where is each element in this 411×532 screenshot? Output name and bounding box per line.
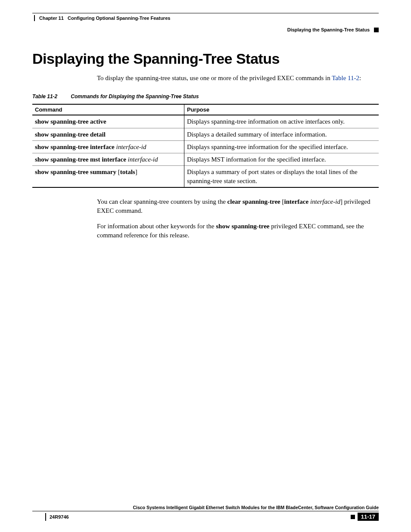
cell-command: show spanning-tree summary [totals] <box>32 166 184 187</box>
command-text: show spanning-tree summary <box>35 168 118 175</box>
cell-purpose: Displays spanning-tree information for t… <box>184 140 379 153</box>
chapter-title: Configuring Optional Spanning-Tree Featu… <box>68 16 170 21</box>
command-text: show spanning-tree interface <box>35 143 116 150</box>
footer-docnum: 24R9746 <box>32 513 69 521</box>
commands-table: Command Purpose show spanning-tree activ… <box>32 104 379 188</box>
p1-arg: interface-id <box>310 198 340 205</box>
cell-purpose: Displays a detailed summary of interface… <box>184 128 379 140</box>
bracket-close: ] <box>135 168 137 175</box>
header-rule <box>32 13 379 13</box>
page-number: 11-17 <box>358 513 379 521</box>
table-title: Commands for Displaying the Spanning-Tre… <box>71 93 199 100</box>
table-header-row: Command Purpose <box>32 104 379 115</box>
section-header: Displaying the Spanning-Tree Status <box>32 27 379 32</box>
body-paragraph-2: For information about other keywords for… <box>97 222 379 240</box>
page-title: Displaying the Spanning-Tree Status <box>32 50 379 67</box>
p1-kw: interface <box>284 198 310 205</box>
table-row: show spanning-tree interface interface-i… <box>32 140 379 153</box>
command-text: show spanning-tree detail <box>35 131 106 138</box>
table-number: Table 11-2 <box>32 93 69 100</box>
square-marker-icon <box>351 515 355 519</box>
p2-a: For information about other keywords for… <box>97 223 216 230</box>
table-caption: Table 11-2 Commands for Displaying the S… <box>32 93 379 100</box>
col-header-purpose: Purpose <box>184 104 379 115</box>
section-title: Displaying the Spanning-Tree Status <box>287 27 370 32</box>
p1-cmd: clear spanning-tree <box>227 198 282 205</box>
running-header: Chapter 11 Configuring Optional Spanning… <box>32 15 379 21</box>
cell-command: show spanning-tree detail <box>32 128 184 140</box>
header-bar-icon <box>34 15 35 21</box>
page: Chapter 11 Configuring Optional Spanning… <box>0 0 411 532</box>
body-paragraph-1: You can clear spanning-tree counters by … <box>97 197 379 215</box>
page-footer: Cisco Systems Intelligent Gigabit Ethern… <box>32 505 379 521</box>
cell-purpose: Displays MST information for the specifi… <box>184 153 379 166</box>
p1-a: You can clear spanning-tree counters by … <box>97 198 227 205</box>
cell-command: show spanning-tree active <box>32 115 184 128</box>
cell-command: show spanning-tree mst interface interfa… <box>32 153 184 166</box>
cell-command: show spanning-tree interface interface-i… <box>32 140 184 153</box>
command-arg: interface-id <box>116 143 146 150</box>
col-header-command: Command <box>32 104 184 115</box>
footer-bar-icon <box>45 513 46 521</box>
intro-paragraph: To display the spanning-tree status, use… <box>97 74 379 82</box>
p2-cmd: show spanning-tree <box>216 223 269 230</box>
cell-purpose: Displays a summary of port states or dis… <box>184 166 379 187</box>
table-cross-reference[interactable]: Table 11-2 <box>332 75 359 81</box>
chapter-label: Chapter 11 <box>39 16 64 21</box>
table-row: show spanning-tree active Displays spann… <box>32 115 379 128</box>
table-row: show spanning-tree summary [totals] Disp… <box>32 166 379 187</box>
cell-purpose: Displays spanning-tree information on ac… <box>184 115 379 128</box>
command-text: show spanning-tree active <box>35 118 106 125</box>
intro-pre: To display the spanning-tree status, use… <box>97 75 332 81</box>
command-option: totals <box>120 168 135 175</box>
command-text: show spanning-tree mst interface <box>35 156 128 163</box>
footer-docnum-text: 24R9746 <box>50 514 69 520</box>
footer-rule <box>32 511 379 511</box>
command-arg: interface-id <box>128 156 158 163</box>
table-row: show spanning-tree mst interface interfa… <box>32 153 379 166</box>
table-row: show spanning-tree detail Displays a det… <box>32 128 379 140</box>
footer-book-title: Cisco Systems Intelligent Gigabit Ethern… <box>32 505 379 510</box>
intro-post: : <box>359 75 361 81</box>
square-marker-icon <box>374 28 379 32</box>
